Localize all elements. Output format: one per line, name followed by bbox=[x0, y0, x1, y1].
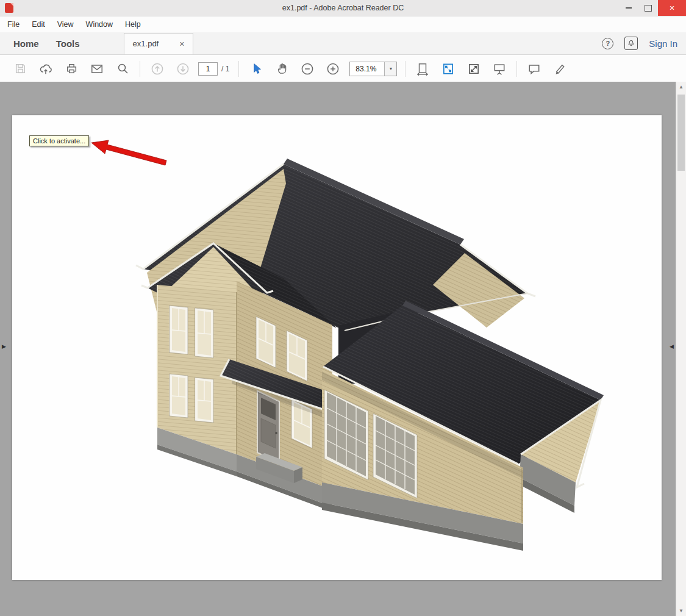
tab-tools[interactable]: Tools bbox=[48, 38, 88, 49]
tab-bar-right: ? Sign In bbox=[602, 37, 677, 50]
menu-window[interactable]: Window bbox=[86, 20, 113, 29]
tab-home[interactable]: Home bbox=[5, 38, 48, 49]
save-button[interactable] bbox=[7, 58, 33, 80]
page-up-icon bbox=[151, 62, 164, 76]
left-panel-toggle-icon[interactable]: ▶ bbox=[2, 344, 6, 349]
hand-tool-icon bbox=[276, 62, 288, 75]
email-button[interactable] bbox=[84, 58, 110, 80]
page-down-icon bbox=[176, 62, 190, 76]
comment-bubble-icon bbox=[527, 62, 541, 76]
tab-close-icon[interactable]: × bbox=[179, 40, 184, 48]
page-total-label: / 1 bbox=[221, 65, 229, 73]
main-toolbar: 1 / 1 83.1% ▼ bbox=[0, 55, 686, 83]
red-arrow-annotation bbox=[91, 140, 166, 165]
search-icon bbox=[116, 62, 129, 75]
maximize-icon bbox=[645, 5, 652, 12]
maximize-button[interactable] bbox=[638, 0, 658, 16]
zoom-level-select[interactable]: 83.1% ▼ bbox=[349, 62, 397, 76]
scrollbar-thumb[interactable] bbox=[677, 95, 685, 171]
select-tool-button[interactable] bbox=[243, 58, 269, 80]
highlighter-icon bbox=[553, 62, 566, 76]
find-button[interactable] bbox=[110, 58, 135, 80]
notifications-button[interactable] bbox=[624, 37, 638, 50]
fit-page-icon bbox=[441, 62, 455, 76]
share-document-button[interactable] bbox=[33, 58, 59, 80]
fullscreen-icon bbox=[467, 62, 481, 76]
menu-help[interactable]: Help bbox=[125, 20, 141, 29]
page-number-input[interactable]: 1 bbox=[198, 62, 218, 76]
toolbar-separator bbox=[405, 61, 406, 77]
zoom-in-icon bbox=[326, 62, 340, 76]
menu-edit[interactable]: Edit bbox=[32, 20, 45, 29]
save-icon bbox=[14, 62, 27, 75]
fit-page-button[interactable] bbox=[435, 58, 461, 80]
presentation-button[interactable] bbox=[487, 58, 512, 80]
comment-button[interactable] bbox=[521, 58, 547, 80]
toolbar-separator bbox=[238, 61, 239, 77]
document-area: Click to activate... ▶ ◀ ▲ ▼ bbox=[0, 82, 686, 616]
previous-page-button[interactable] bbox=[145, 58, 170, 80]
zoom-out-icon bbox=[301, 62, 314, 76]
close-button[interactable]: ✕ bbox=[658, 0, 686, 16]
right-panel-toggle-icon[interactable]: ◀ bbox=[670, 344, 674, 349]
pdf-page: Click to activate... bbox=[12, 115, 662, 580]
zoom-level-value: 83.1% bbox=[350, 62, 384, 76]
presentation-icon bbox=[493, 62, 506, 76]
zoom-in-button[interactable] bbox=[320, 58, 346, 80]
toolbar-separator bbox=[140, 61, 140, 77]
menu-file[interactable]: File bbox=[7, 20, 20, 29]
next-page-button[interactable] bbox=[170, 58, 196, 80]
help-button[interactable]: ? bbox=[602, 38, 613, 49]
toolbar-separator bbox=[516, 61, 517, 77]
acrobat-window: { "window": { "title": "ex1.pdf - Adobe … bbox=[0, 0, 686, 616]
select-cursor-icon bbox=[250, 62, 263, 75]
document-tab[interactable]: ex1.pdf × bbox=[124, 33, 194, 54]
help-icon: ? bbox=[602, 38, 613, 49]
title-bar: ex1.pdf - Adobe Acrobat Reader DC ✕ bbox=[0, 0, 686, 16]
fullscreen-button[interactable] bbox=[461, 58, 487, 80]
print-icon bbox=[65, 62, 78, 75]
scroll-up-arrow[interactable]: ▲ bbox=[676, 82, 686, 92]
activate-tooltip[interactable]: Click to activate... bbox=[29, 135, 89, 146]
scroll-down-arrow[interactable]: ▼ bbox=[676, 606, 686, 616]
minimize-button[interactable] bbox=[619, 0, 638, 16]
close-icon: ✕ bbox=[669, 4, 674, 12]
document-tab-label: ex1.pdf bbox=[133, 39, 159, 48]
bell-icon bbox=[627, 39, 635, 48]
menu-view[interactable]: View bbox=[57, 20, 74, 29]
zoom-caret-icon[interactable]: ▼ bbox=[384, 62, 396, 76]
cloud-upload-icon bbox=[39, 62, 52, 76]
window-controls: ✕ bbox=[619, 0, 686, 16]
hand-tool-button[interactable] bbox=[269, 58, 295, 80]
sign-in-button[interactable]: Sign In bbox=[649, 38, 677, 49]
fit-width-icon bbox=[416, 62, 429, 76]
vertical-scrollbar[interactable]: ▲ ▼ bbox=[676, 82, 686, 616]
minimize-icon bbox=[626, 7, 632, 9]
highlight-button[interactable] bbox=[547, 58, 573, 80]
tab-bar: Home Tools ex1.pdf × ? Sign In bbox=[0, 32, 686, 55]
acrobat-app-icon bbox=[5, 3, 13, 13]
fit-width-button[interactable] bbox=[410, 58, 435, 80]
email-icon bbox=[90, 62, 104, 76]
print-button[interactable] bbox=[59, 58, 84, 80]
menu-bar: File Edit View Window Help bbox=[0, 16, 686, 32]
house-3d-model[interactable] bbox=[12, 115, 662, 580]
window-title: ex1.pdf - Adobe Acrobat Reader DC bbox=[0, 4, 686, 12]
zoom-out-button[interactable] bbox=[295, 58, 320, 80]
